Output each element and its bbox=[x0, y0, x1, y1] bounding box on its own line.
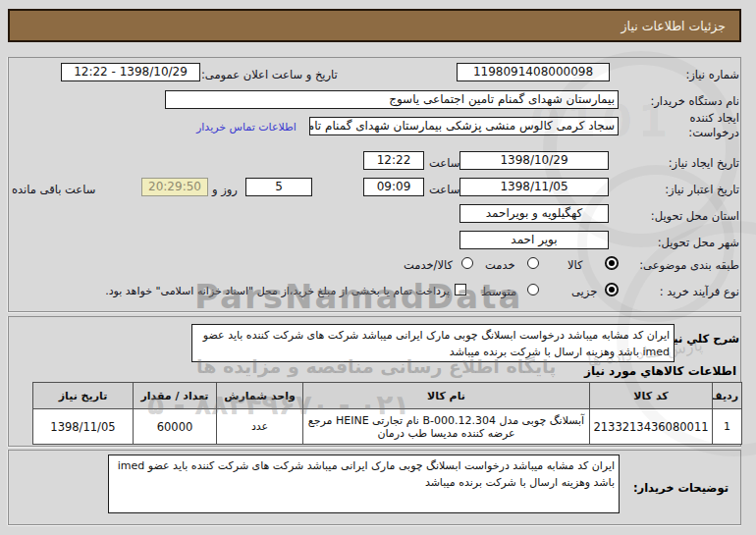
col-quantity: تعداد / مقدار bbox=[134, 383, 217, 409]
need-details-page: جزئیات اطلاعات نیاز شماره نیاز: نام دستگ… bbox=[0, 0, 756, 535]
classification-label: طبقه بندی موضوعی: bbox=[639, 258, 739, 272]
items-section-title: اطلاعات کالاهاي مورد نیاز bbox=[584, 364, 736, 378]
col-item-name: نام کالا bbox=[303, 383, 590, 409]
province-label: استان محل تحویل: bbox=[651, 209, 739, 223]
days-remaining-label: روز و bbox=[212, 183, 238, 196]
radio-goods-label: کالا bbox=[567, 258, 583, 272]
time-remaining-input[interactable]: 20:29:50 bbox=[141, 178, 208, 196]
radio-medium[interactable] bbox=[527, 284, 539, 295]
announce-datetime-label: تاریخ و ساعت اعلان عمومی: bbox=[201, 68, 338, 81]
radio-goods-service[interactable] bbox=[461, 257, 473, 269]
validity-date-input[interactable]: 1398/11/05 bbox=[459, 178, 609, 196]
created-date-label: تاریخ ایجاد نیاز: bbox=[669, 156, 739, 170]
radio-goods-service-label: کالا/خدمت bbox=[404, 258, 453, 272]
cell-item-code: 2133213436080011 bbox=[590, 409, 713, 445]
cell-quantity: 60000 bbox=[134, 409, 217, 445]
need-number-input[interactable]: 1198091408000098 bbox=[457, 63, 610, 81]
validity-time-label: ساعت bbox=[429, 183, 459, 196]
radio-goods[interactable] bbox=[606, 257, 618, 269]
radio-service[interactable] bbox=[527, 257, 539, 269]
need-number-label: شماره نیاز: bbox=[685, 68, 739, 81]
province-input[interactable]: کهگیلویه و بویراحمد bbox=[459, 204, 609, 223]
col-row-number: ردیف bbox=[713, 383, 742, 409]
time-remaining-label: ساعت باقی مانده bbox=[12, 183, 95, 196]
creator-input[interactable]: سجاد کرمی کالوس منشی پزشکی بیمارستان شهد… bbox=[309, 117, 619, 135]
col-count-unit: واحد شمارش bbox=[217, 383, 303, 409]
items-table: ردیف کد کالا نام کالا واحد شمارش تعداد /… bbox=[32, 382, 742, 445]
purchase-type-label: نوع فرآیند خرید : bbox=[660, 285, 739, 298]
creator-label-line1: ایجاد کننده bbox=[689, 111, 739, 125]
cell-need-date: 1398/11/05 bbox=[33, 409, 134, 445]
created-time-input[interactable]: 12:22 bbox=[363, 151, 424, 170]
buyer-org-input[interactable]: بیمارستان شهدای گمنام تامین اجتماعی یاسو… bbox=[165, 90, 619, 109]
radio-partial-label: جزیی bbox=[571, 285, 597, 298]
treasury-checkbox[interactable] bbox=[455, 284, 466, 295]
announce-datetime-input[interactable]: 12:22 - 1398/10/29 bbox=[61, 63, 200, 81]
radio-medium-label: متوسط bbox=[481, 285, 516, 298]
city-label: شهر محل تحویل: bbox=[658, 236, 739, 249]
col-item-code: کد کالا bbox=[590, 383, 713, 409]
page-title-bar: جزئیات اطلاعات نیاز bbox=[8, 9, 741, 42]
radio-service-label: خدمت bbox=[485, 258, 515, 272]
buyer-notes-textarea[interactable]: ایران کد مشابه میباشد درخواست ابسلانگ چو… bbox=[108, 455, 620, 513]
buyer-contact-link[interactable]: اطلاعات تماس خریدار bbox=[196, 121, 297, 134]
cell-item-name: آبسلانگ چوبی مدل B-000.12.304 نام تجارتی… bbox=[303, 409, 590, 445]
city-input[interactable]: بویر احمد bbox=[459, 231, 609, 249]
radio-partial[interactable] bbox=[606, 284, 618, 295]
validity-time-input[interactable]: 09:09 bbox=[363, 178, 424, 196]
page-title: جزئیات اطلاعات نیاز bbox=[621, 19, 726, 33]
buyer-org-label: نام دستگاه خریدار: bbox=[650, 94, 739, 108]
created-date-input[interactable]: 1398/10/29 bbox=[459, 151, 609, 170]
treasury-checkbox-label: پرداخت تمام یا بخشی از مبلغ خرید،از محل … bbox=[57, 285, 450, 297]
col-need-date: تاریخ نیاز bbox=[33, 383, 134, 409]
items-table-header-row: ردیف کد کالا نام کالا واحد شمارش تعداد /… bbox=[33, 383, 742, 409]
created-time-label: ساعت bbox=[429, 156, 459, 170]
validity-date-label: تاریخ اعتبار نیاز: bbox=[665, 183, 739, 196]
creator-label-line2: درخواست: bbox=[688, 126, 739, 139]
buyer-notes-label: توضیحات خریدار: bbox=[633, 481, 729, 495]
need-description-textarea[interactable]: ایران کد مشابه میباشد درخواست ابسلانگ چو… bbox=[191, 324, 675, 362]
cell-row-number: 1 bbox=[713, 409, 742, 445]
items-table-row: 1 2133213436080011 آبسلانگ چوبی مدل B-00… bbox=[33, 409, 742, 445]
cell-count-unit: عدد bbox=[217, 409, 303, 445]
days-remaining-input[interactable]: 5 bbox=[245, 178, 312, 196]
